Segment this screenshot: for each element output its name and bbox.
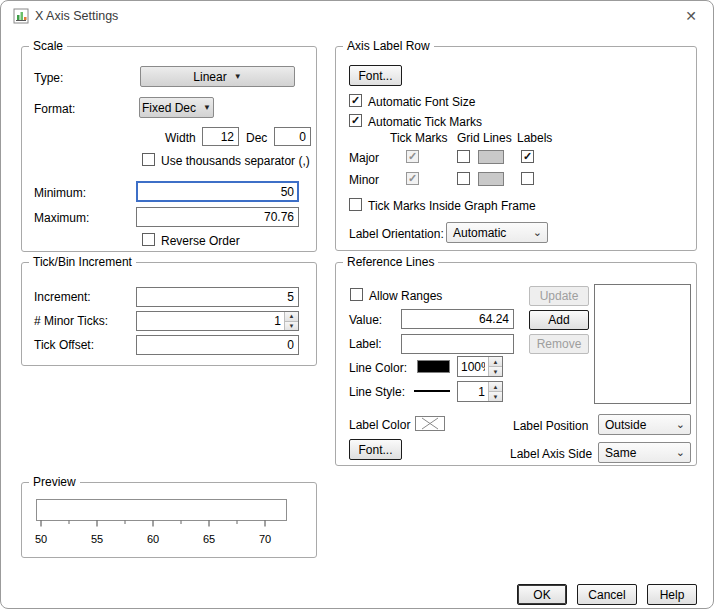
preview-legend: Preview: [29, 475, 80, 489]
spin-down-icon[interactable]: ▼: [488, 391, 502, 401]
label-input[interactable]: [401, 334, 514, 354]
label-axis-side-combo[interactable]: Same ⌄: [598, 442, 691, 463]
no-color-x-icon: [416, 417, 444, 430]
spinner-buttons: ▲ ▼: [488, 357, 502, 376]
type-label: Type:: [34, 71, 63, 85]
dec-label: Dec: [246, 131, 267, 145]
tick-bin-legend: Tick/Bin Increment: [29, 255, 136, 269]
line-style-label: Line Style:: [349, 385, 405, 399]
line-opacity-spinner: ▲ ▼: [457, 356, 503, 377]
reference-font-button[interactable]: Font...: [349, 439, 402, 460]
tick-offset-input[interactable]: [136, 335, 299, 355]
preview-group: Preview 50 55 60 65 70: [21, 482, 317, 558]
preview-frame: [37, 500, 287, 521]
help-button[interactable]: Help: [647, 584, 697, 605]
automatic-font-size-checkbox[interactable]: ✓: [349, 94, 362, 107]
increment-label: Increment:: [34, 290, 91, 304]
line-opacity-input[interactable]: [458, 357, 488, 376]
column-header-grid-lines: Grid Lines: [457, 131, 512, 145]
line-width-input[interactable]: [458, 382, 488, 401]
type-value: Linear: [193, 70, 226, 84]
column-header-tick-marks: Tick Marks: [390, 131, 448, 145]
preview-tick-label: 70: [259, 533, 271, 545]
minor-grid-lines-checkbox[interactable]: [457, 172, 470, 185]
format-value: Fixed Dec: [142, 101, 196, 115]
axis-label-row-legend: Axis Label Row: [343, 39, 434, 53]
column-header-labels: Labels: [517, 131, 552, 145]
value-label: Value:: [349, 313, 382, 327]
minor-ticks-input[interactable]: [137, 312, 284, 330]
automatic-tick-marks-checkbox[interactable]: ✓: [349, 114, 362, 127]
major-grid-lines-checkbox[interactable]: [457, 150, 470, 163]
dropdown-arrow-icon: ▼: [203, 103, 211, 112]
label-color-swatch[interactable]: [415, 416, 445, 431]
allow-ranges-checkbox[interactable]: [350, 288, 363, 301]
close-icon[interactable]: ✕: [685, 8, 697, 24]
combo-chevron-icon: ⌄: [676, 446, 685, 459]
minimum-input[interactable]: [136, 181, 299, 202]
spinner-buttons: ▲ ▼: [488, 382, 502, 401]
spin-down-icon[interactable]: ▼: [284, 321, 298, 331]
minor-labels-checkbox[interactable]: [521, 172, 534, 185]
spin-down-icon[interactable]: ▼: [488, 366, 502, 376]
label-position-combo[interactable]: Outside ⌄: [598, 414, 691, 435]
label-axis-side-label: Label Axis Side: [510, 447, 592, 461]
app-icon: [13, 8, 29, 24]
major-grid-color-swatch[interactable]: [478, 150, 504, 164]
major-row-label: Major: [349, 151, 379, 165]
minor-tick-marks-checkbox[interactable]: ✓: [406, 172, 419, 185]
tick-marks-inside-label: Tick Marks Inside Graph Frame: [368, 199, 536, 213]
width-label: Width: [165, 131, 196, 145]
preview-tick-label: 60: [147, 533, 159, 545]
window-title: X Axis Settings: [35, 9, 118, 23]
x-axis-settings-dialog: X Axis Settings ✕ Scale Type: Linear ▼ F…: [0, 0, 714, 609]
reference-lines-group: Reference Lines Allow Ranges Update Valu…: [335, 262, 697, 466]
label-color-label: Label Color: [349, 418, 410, 432]
format-label: Format:: [34, 102, 75, 116]
preview-tick-label: 55: [91, 533, 103, 545]
preview-tick-label: 50: [35, 533, 47, 545]
update-button[interactable]: Update: [529, 286, 589, 306]
font-button[interactable]: Font...: [349, 65, 402, 86]
reference-lines-listbox[interactable]: [594, 284, 691, 404]
maximum-label: Maximum:: [34, 211, 89, 225]
reverse-order-checkbox[interactable]: [142, 233, 155, 246]
automatic-font-size-label: Automatic Font Size: [368, 95, 475, 109]
scale-group: Scale Type: Linear ▼ Format: Fixed Dec ▼…: [21, 46, 317, 252]
allow-ranges-label: Allow Ranges: [369, 289, 442, 303]
spinner-buttons: ▲ ▼: [284, 312, 298, 330]
spin-up-icon[interactable]: ▲: [284, 312, 298, 321]
maximum-input[interactable]: [136, 207, 299, 227]
increment-input[interactable]: [136, 287, 299, 307]
tick-marks-inside-checkbox[interactable]: [349, 198, 362, 211]
minor-ticks-spinner: ▲ ▼: [136, 311, 299, 331]
ok-button[interactable]: OK: [517, 584, 567, 605]
label-position-value: Outside: [605, 418, 646, 432]
dec-input[interactable]: [274, 127, 311, 146]
major-labels-checkbox[interactable]: ✓: [521, 150, 534, 163]
type-dropdown[interactable]: Linear ▼: [140, 66, 295, 87]
label-orientation-label: Label Orientation:: [349, 227, 444, 241]
line-style-swatch[interactable]: [414, 384, 450, 398]
cancel-button[interactable]: Cancel: [577, 584, 637, 605]
titlebar: X Axis Settings ✕: [1, 1, 713, 31]
spin-up-icon[interactable]: ▲: [488, 357, 502, 366]
value-input[interactable]: [401, 309, 514, 329]
add-button[interactable]: Add: [529, 310, 589, 330]
label-orientation-combo[interactable]: Automatic ⌄: [446, 222, 548, 243]
axis-preview: 50 55 60 65 70: [35, 497, 305, 551]
remove-button[interactable]: Remove: [529, 334, 589, 354]
line-color-swatch[interactable]: [417, 360, 450, 373]
width-input[interactable]: [202, 127, 239, 146]
minor-grid-color-swatch[interactable]: [478, 172, 504, 186]
label-position-label: Label Position: [513, 419, 588, 433]
spin-up-icon[interactable]: ▲: [488, 382, 502, 391]
combo-chevron-icon: ⌄: [676, 418, 685, 431]
format-dropdown[interactable]: Fixed Dec ▼: [139, 97, 214, 118]
major-tick-marks-checkbox[interactable]: ✓: [406, 150, 419, 163]
tick-offset-label: Tick Offset:: [34, 338, 94, 352]
thousands-separator-checkbox[interactable]: [142, 153, 155, 166]
minor-row-label: Minor: [349, 173, 379, 187]
thousands-separator-label: Use thousands separator (,): [161, 154, 310, 168]
combo-chevron-icon: ⌄: [533, 226, 542, 239]
